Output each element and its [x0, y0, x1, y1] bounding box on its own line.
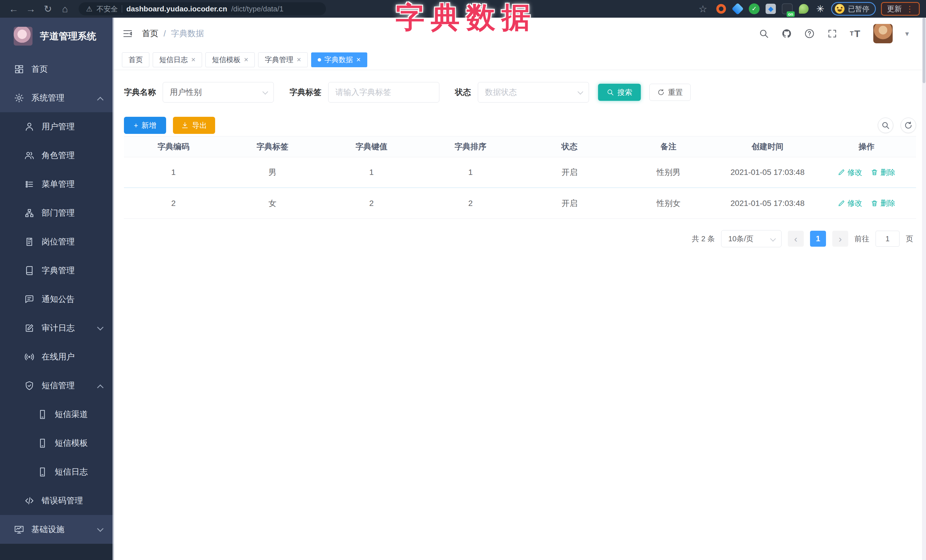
col-header-remark: 备注 [619, 141, 718, 152]
close-icon[interactable] [356, 55, 361, 64]
goto-label: 前往 [855, 234, 869, 244]
extension-leaf-icon[interactable] [798, 3, 809, 15]
edit-link[interactable]: 修改 [838, 168, 862, 177]
breadcrumb-home-link[interactable]: 首页 [142, 28, 159, 39]
sidebar-item-home[interactable]: 首页 [0, 55, 114, 83]
sidebar-item-user-mgmt[interactable]: 用户管理 [0, 112, 114, 141]
add-button[interactable]: 新增 [124, 117, 166, 134]
chrome-update-button[interactable]: 更新 [881, 2, 920, 16]
sidebar-toggle-icon[interactable] [123, 29, 133, 39]
sidebar-item-role-mgmt[interactable]: 角色管理 [0, 141, 114, 170]
sidebar-item-notice[interactable]: 通知公告 [0, 285, 114, 314]
dict-name-select[interactable]: 用户性别 [163, 82, 274, 103]
tab-dict-mgmt[interactable]: 字典管理 [258, 53, 307, 67]
sidebar-item-infrastructure[interactable]: 基础设施 [0, 515, 114, 544]
browser-back-icon[interactable] [6, 2, 21, 16]
reset-button[interactable]: 重置 [649, 84, 691, 101]
close-icon[interactable] [191, 55, 195, 64]
sidebar-item-error-code[interactable]: 错误码管理 [0, 486, 114, 515]
extension-vue-icon[interactable] [749, 3, 760, 15]
sidebar-item-sms-mgmt[interactable]: 短信管理 [0, 371, 114, 400]
sidebar-item-audit-log[interactable]: 审计日志 [0, 314, 114, 343]
scrollbar-thumb[interactable] [923, 18, 925, 83]
sidebar-item-dept-mgmt[interactable]: 部门管理 [0, 199, 114, 227]
dict-label-input[interactable] [328, 82, 439, 103]
edit-link[interactable]: 修改 [838, 198, 862, 208]
dict-name-value: 用户性别 [170, 87, 202, 98]
extension-switch-icon[interactable]: on [782, 3, 793, 15]
search-icon[interactable] [759, 29, 769, 39]
avatar-caret-icon[interactable] [905, 29, 909, 38]
font-size-icon[interactable] [850, 28, 861, 39]
export-button[interactable]: 导出 [173, 117, 215, 134]
table-row: 1 男 1 1 开启 性别男 2021-01-05 17:03:48 修改 [124, 157, 916, 188]
tab-label: 字典数据 [325, 55, 353, 64]
sidebar-item-label: 部门管理 [42, 207, 75, 219]
phone-icon [38, 410, 47, 419]
sidebar-item-label: 审计日志 [42, 323, 75, 334]
prev-page-button[interactable] [788, 231, 804, 247]
address-bar[interactable]: 不安全 dashboard.yudao.iocoder.cn /dict/typ… [79, 2, 326, 15]
sidebar-item-label: 在线用户 [42, 351, 75, 362]
bookmark-star-icon[interactable] [696, 2, 710, 16]
fullscreen-icon[interactable] [827, 29, 837, 39]
close-icon[interactable] [244, 55, 248, 64]
goto-page-input[interactable] [876, 231, 899, 247]
toggle-search-button[interactable] [878, 118, 893, 133]
delete-link[interactable]: 删除 [871, 198, 895, 208]
tags-view-bar: 首页 短信日志 短信模板 字典管理 字典数据 [114, 50, 926, 70]
tab-dict-data[interactable]: 字典数据 [311, 53, 367, 67]
extension-on-badge: on [787, 11, 794, 17]
delete-link[interactable]: 删除 [871, 168, 895, 177]
cell-sort: 2 [421, 199, 520, 208]
tab-sms-log[interactable]: 短信日志 [153, 53, 202, 67]
sidebar-item-label: 短信渠道 [55, 409, 88, 420]
sidebar-item-sms-channel[interactable]: 短信渠道 [0, 400, 114, 429]
user-avatar[interactable] [873, 24, 893, 43]
trash-icon [871, 200, 878, 207]
extension-puzzle-icon[interactable]: ✳ [815, 3, 826, 15]
cell-code: 2 [124, 199, 223, 208]
sidebar-item-menu-mgmt[interactable]: 菜单管理 [0, 170, 114, 199]
next-page-button[interactable] [832, 231, 848, 247]
audit-log-icon [24, 323, 34, 333]
status-select[interactable]: 数据状态 [478, 82, 589, 103]
breadcrumb-current: 字典数据 [171, 28, 204, 39]
profile-paused-chip[interactable]: 已暂停 [831, 2, 876, 16]
tab-sms-template[interactable]: 短信模板 [206, 53, 255, 67]
extension-stats-icon[interactable]: ◆ [765, 3, 776, 15]
sidebar-item-sms-log[interactable]: 短信日志 [0, 457, 114, 486]
browser-menu-icon [906, 4, 914, 14]
status-placeholder: 数据状态 [485, 87, 517, 98]
sidebar-item-post-mgmt[interactable]: 岗位管理 [0, 227, 114, 256]
close-icon[interactable] [297, 55, 301, 64]
announcement-icon [24, 294, 34, 304]
browser-home-icon[interactable] [57, 2, 73, 16]
extension-orange-icon[interactable] [716, 3, 727, 15]
chevron-down-icon [97, 525, 104, 532]
help-icon[interactable] [804, 29, 815, 39]
app-logo-block[interactable]: 芋道管理系统 [0, 18, 114, 55]
plus-icon [134, 121, 138, 130]
sidebar-item-label: 错误码管理 [42, 495, 83, 506]
tab-home[interactable]: 首页 [122, 53, 149, 67]
infrastructure-icon [14, 525, 24, 534]
magnifier-icon [607, 89, 614, 96]
sidebar-item-sms-template[interactable]: 短信模板 [0, 429, 114, 457]
sidebar-item-system-mgmt[interactable]: 系统管理 [0, 83, 114, 112]
sidebar-item-dict-mgmt[interactable]: 字典管理 [0, 256, 114, 285]
browser-reload-icon[interactable] [41, 2, 55, 16]
window-scrollbar[interactable] [922, 18, 926, 560]
github-icon[interactable] [782, 29, 792, 39]
online-user-icon [24, 352, 34, 362]
sidebar-item-online-users[interactable]: 在线用户 [0, 343, 114, 371]
page-size-select[interactable]: 10条/页 [721, 230, 782, 247]
current-page-button[interactable]: 1 [810, 231, 826, 247]
search-button[interactable]: 搜索 [598, 84, 641, 101]
extension-gem-icon[interactable] [732, 3, 743, 15]
url-path: /dict/type/data/1 [231, 5, 283, 14]
chevron-down-icon [770, 236, 776, 242]
browser-forward-icon[interactable] [23, 2, 38, 16]
refresh-button[interactable] [901, 118, 916, 133]
green-check-shape [749, 3, 760, 14]
